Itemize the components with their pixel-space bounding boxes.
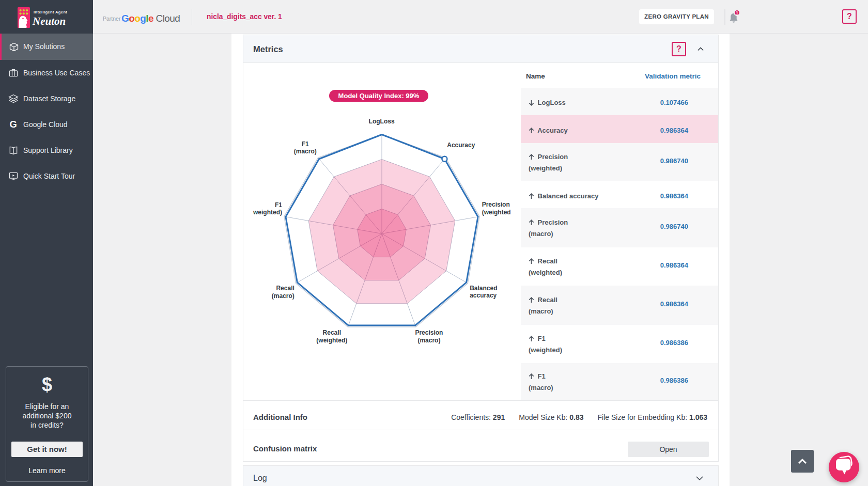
svg-text:Google Cloud: Google Cloud — [121, 13, 180, 24]
svg-text:F1: F1 — [275, 201, 282, 209]
svg-text:accuracy: accuracy — [470, 292, 497, 299]
svg-text:(macro): (macro) — [294, 148, 317, 155]
svg-text:LogLoss: LogLoss — [369, 118, 395, 125]
svg-text:Accuracy: Accuracy — [447, 142, 475, 149]
svg-text:F1: F1 — [302, 140, 309, 148]
svg-text:(macro): (macro) — [272, 292, 295, 300]
svg-text:Precision: Precision — [482, 201, 510, 208]
svg-text:(weighted): (weighted) — [316, 337, 347, 344]
svg-text:weighted): weighted) — [253, 209, 282, 216]
svg-text:G: G — [10, 119, 17, 130]
svg-text:Balanced: Balanced — [470, 285, 497, 292]
svg-text:Recall: Recall — [323, 329, 341, 336]
svg-text:Recall: Recall — [276, 285, 294, 292]
svg-text:(weighted: (weighted — [482, 209, 510, 216]
svg-text:Precision: Precision — [415, 329, 443, 336]
svg-text:(macro): (macro) — [417, 337, 440, 344]
svg-text:Intelligent Agent: Intelligent Agent — [34, 10, 67, 14]
svg-text:Neuton: Neuton — [32, 15, 66, 27]
